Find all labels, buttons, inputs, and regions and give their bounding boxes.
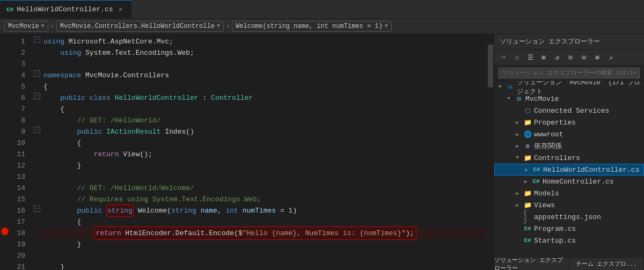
se-toolbar-btn-7[interactable]: ⊟	[578, 52, 590, 63]
token: // Requires using System.Text.Encodings.…	[43, 194, 261, 205]
se-toolbar-btn-9[interactable]: ↗	[605, 52, 617, 63]
ln-16: 16	[10, 205, 28, 216]
project-label: MvcMovie	[525, 95, 559, 103]
wwwroot-label: wwwroot	[534, 130, 564, 138]
solution-explorer-tree[interactable]: ⊞ ソリューション 'MvcMovie' (1/1 プロジェクト ⊟ MvcMo…	[494, 81, 644, 257]
fold-12	[34, 158, 41, 169]
fold-column: − − − −	[34, 34, 41, 270]
se-item-controllers[interactable]: 📁 Controllers	[494, 152, 644, 164]
token: IActionResult	[106, 126, 160, 137]
se-item-models[interactable]: 📁 Models	[494, 187, 644, 199]
fold-4: −	[34, 68, 41, 79]
se-tab-2-label: チーム エクスプロ...	[576, 260, 637, 268]
se-toolbar-btn-5[interactable]: ↺	[551, 52, 563, 63]
token	[43, 149, 94, 160]
se-item-solution[interactable]: ⊞ ソリューション 'MvcMovie' (1/1 プロジェクト	[494, 81, 644, 93]
se-item-program[interactable]: C# Program.cs	[494, 223, 644, 235]
se-toolbar-btn-2[interactable]: ⌂	[511, 52, 523, 63]
fold-icon-9[interactable]: −	[34, 127, 40, 133]
controllers-arrow	[514, 154, 521, 162]
token: )	[292, 205, 297, 216]
bp-15	[0, 192, 10, 203]
solution-icon: ⊞	[506, 83, 515, 91]
token: HtmlEncoder.Default.	[125, 229, 209, 237]
se-item-properties[interactable]: 📁 Properties	[494, 116, 644, 128]
editor-scrollbar[interactable]	[486, 34, 494, 270]
se-toolbar-btn-3[interactable]: ☰	[524, 52, 536, 63]
wwwroot-icon: 🌐	[523, 130, 532, 138]
connected-arrow	[514, 107, 521, 114]
prog-arrow	[514, 225, 521, 232]
fold-icon-16[interactable]: −	[34, 206, 40, 212]
startup-arrow	[514, 237, 521, 244]
se-toolbar-btn-4[interactable]: ⊞	[538, 52, 550, 63]
bp-7	[0, 101, 10, 113]
code-line-4: namespace MvcMovie.Controllers	[41, 70, 486, 81]
bp-2	[0, 45, 10, 56]
code-line-19: }	[41, 239, 486, 250]
token: "Hello {name}, NumTimes is: {numTimes}"	[243, 229, 406, 237]
controllers-icon: 📁	[523, 154, 532, 162]
views-label: Views	[534, 201, 555, 209]
token: Controller	[211, 92, 253, 104]
fold-10	[34, 135, 41, 147]
breadcrumb-member[interactable]: Welcome(string name, int numTimes = 1) ▼	[232, 21, 392, 32]
properties-icon: 📁	[523, 118, 532, 127]
bp-12	[0, 158, 10, 169]
ln-14: 14	[10, 183, 28, 194]
se-toolbar-btn-1[interactable]: ↔	[497, 52, 509, 63]
se-toolbar-btn-8[interactable]: ⊞	[591, 52, 603, 63]
code-line-20	[41, 250, 486, 261]
ln-11: 11	[10, 149, 28, 160]
ln-12: 12	[10, 160, 28, 171]
token: public	[77, 126, 106, 137]
tab-label: HelloWorldController.cs	[17, 5, 113, 13]
se-tab-team-explorer[interactable]: チーム エクスプロ...	[569, 258, 645, 270]
se-item-homecontroller[interactable]: C# HomeController.cs	[494, 176, 644, 187]
ln-18: 18	[10, 228, 28, 239]
token: Encode	[209, 229, 234, 237]
se-item-dependencies[interactable]: ⚙ 依存関係	[494, 140, 644, 152]
se-item-views[interactable]: 📁 Views	[494, 199, 644, 211]
breadcrumb-sep-2: ›	[226, 23, 230, 30]
se-tab-solution-explorer[interactable]: ソリューション エクスプローラー	[494, 258, 569, 270]
se-toolbar-btn-6[interactable]: ⊡	[565, 52, 576, 63]
program-label: Program.cs	[534, 225, 576, 233]
token: {	[43, 137, 81, 149]
tab-close-button[interactable]: ✕	[116, 5, 125, 14]
se-item-connected[interactable]: ⬡ Connected Services	[494, 105, 644, 116]
ln-5: 5	[10, 81, 28, 92]
bp-11	[0, 147, 10, 158]
token: HelloWorldController	[115, 92, 199, 104]
controllers-label: Controllers	[534, 154, 580, 162]
code-line-18: return HtmlEncoder.Default.Encode($"Hell…	[41, 228, 486, 239]
breadcrumb-member-label: Welcome(string name, int numTimes = 1)	[236, 23, 383, 30]
se-item-appsettings[interactable]: { } appsettings.json	[494, 211, 644, 223]
token: using	[60, 47, 85, 59]
se-item-wwwroot[interactable]: 🌐 wwwroot	[494, 128, 644, 140]
ln-15: 15	[10, 194, 28, 205]
fold-20	[34, 248, 41, 259]
fold-icon-6[interactable]: −	[34, 93, 40, 99]
token: MvcMovie.Controllers	[85, 70, 169, 81]
models-icon: 📁	[523, 189, 532, 198]
scroll-thumb[interactable]	[488, 45, 493, 87]
fold-icon-1[interactable]: −	[34, 37, 40, 43]
breadcrumb-namespace[interactable]: MvcMovie.Controllers.HelloWorldControlle…	[56, 21, 224, 32]
se-tab-1-label: ソリューション エクスプローラー	[494, 256, 569, 271]
fold-21	[34, 259, 41, 270]
mvcmovie-arrow	[505, 95, 513, 103]
code-editor[interactable]: 1 2 3 4 5 6 7 8 9 10 11 12 13 14 15 16 1…	[0, 34, 494, 270]
fold-icon-4[interactable]: −	[34, 70, 40, 77]
se-item-startup[interactable]: C# Startup.cs	[494, 235, 644, 246]
tab-helloworldcontroller[interactable]: C# HelloWorldController.cs ✕	[0, 0, 132, 18]
code-line-5: {	[41, 81, 486, 92]
code-lines[interactable]: using Microsoft.AspNetCore.Mvc; using Sy…	[41, 34, 486, 270]
breadcrumb-project[interactable]: MvcMovie ▼	[4, 21, 48, 32]
se-search-input[interactable]	[499, 68, 640, 78]
token	[43, 228, 94, 239]
fold-11	[34, 147, 41, 158]
breakpoint-column	[0, 34, 10, 270]
se-item-helloworldcontroller[interactable]: C# HelloWorldController.cs	[494, 164, 644, 176]
token: Index()	[160, 126, 194, 137]
